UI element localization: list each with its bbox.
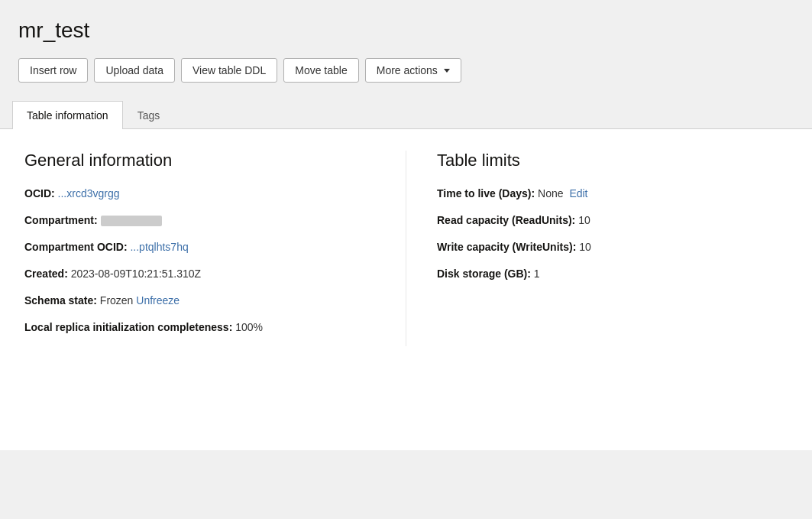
move-table-button[interactable]: Move table xyxy=(283,58,358,83)
ttl-edit-link[interactable]: Edit xyxy=(569,187,587,199)
more-actions-label: More actions xyxy=(377,64,438,76)
insert-row-button[interactable]: Insert row xyxy=(18,58,88,83)
local-replica-label: Local replica initialization completenes… xyxy=(24,321,235,333)
ttl-row: Time to live (Days): None Edit xyxy=(437,186,788,202)
compartment-ocid-row: Compartment OCID: ...ptqlhts7hq xyxy=(24,239,375,255)
upload-data-label: Upload data xyxy=(105,64,163,76)
write-capacity-value: 10 xyxy=(579,241,591,253)
read-capacity-value: 10 xyxy=(578,214,590,226)
ocid-label: OCID: xyxy=(24,187,55,199)
schema-state-value: Frozen xyxy=(100,294,134,307)
write-capacity-row: Write capacity (WriteUnits): 10 xyxy=(437,239,788,255)
tab-tags[interactable]: Tags xyxy=(123,101,175,129)
view-table-ddl-label: View table DDL xyxy=(192,64,266,76)
table-limits-title: Table limits xyxy=(437,151,788,170)
table-limits-section: Table limits Time to live (Days): None E… xyxy=(406,151,788,346)
read-capacity-row: Read capacity (ReadUnits): 10 xyxy=(437,212,788,229)
ocid-row: OCID: ...xrcd3vgrgg xyxy=(24,186,375,202)
schema-state-label: Schema state: xyxy=(24,294,100,307)
ttl-label: Time to live (Days): xyxy=(437,187,538,199)
upload-data-button[interactable]: Upload data xyxy=(94,58,175,83)
created-value: 2023-08-09T10:21:51.310Z xyxy=(71,268,201,280)
toolbar: Insert row Upload data View table DDL Mo… xyxy=(18,58,794,83)
read-capacity-label: Read capacity (ReadUnits): xyxy=(437,214,578,226)
view-table-ddl-button[interactable]: View table DDL xyxy=(181,58,277,83)
header-section: mr_test Insert row Upload data View tabl… xyxy=(0,0,812,95)
ocid-link[interactable]: ...xrcd3vgrgg xyxy=(58,187,120,199)
general-information-title: General information xyxy=(24,151,375,170)
two-col-layout: General information OCID: ...xrcd3vgrgg … xyxy=(24,151,788,346)
schema-state-row: Schema state: Frozen Unfreeze xyxy=(24,293,375,309)
local-replica-row: Local replica initialization completenes… xyxy=(24,320,375,336)
move-table-label: Move table xyxy=(295,64,347,76)
compartment-row: Compartment: xyxy=(24,212,375,229)
created-row: Created: 2023-08-09T10:21:51.310Z xyxy=(24,266,375,282)
page-container: mr_test Insert row Upload data View tabl… xyxy=(0,0,812,519)
disk-storage-label: Disk storage (GB): xyxy=(437,268,534,280)
tab-table-information[interactable]: Table information xyxy=(12,101,123,129)
compartment-label: Compartment: xyxy=(24,214,101,226)
chevron-down-icon xyxy=(444,69,450,73)
page-title: mr_test xyxy=(18,18,794,43)
ttl-value: None xyxy=(538,187,563,199)
write-capacity-label: Write capacity (WriteUnits): xyxy=(437,241,579,253)
compartment-ocid-link[interactable]: ...ptqlhts7hq xyxy=(130,241,188,253)
compartment-ocid-label: Compartment OCID: xyxy=(24,241,130,253)
unfreeze-link[interactable]: Unfreeze xyxy=(136,294,180,307)
tabs-bar: Table information Tags xyxy=(0,101,812,129)
more-actions-button[interactable]: More actions xyxy=(365,58,461,83)
general-information-section: General information OCID: ...xrcd3vgrgg … xyxy=(24,151,406,346)
tabs-section: Table information Tags General informati… xyxy=(0,101,812,450)
content-area: General information OCID: ...xrcd3vgrgg … xyxy=(0,129,812,450)
insert-row-label: Insert row xyxy=(30,64,76,76)
disk-storage-row: Disk storage (GB): 1 xyxy=(437,266,788,282)
created-label: Created: xyxy=(24,268,71,280)
local-replica-value: 100% xyxy=(235,321,263,333)
disk-storage-value: 1 xyxy=(534,268,540,280)
compartment-redacted xyxy=(101,216,162,226)
